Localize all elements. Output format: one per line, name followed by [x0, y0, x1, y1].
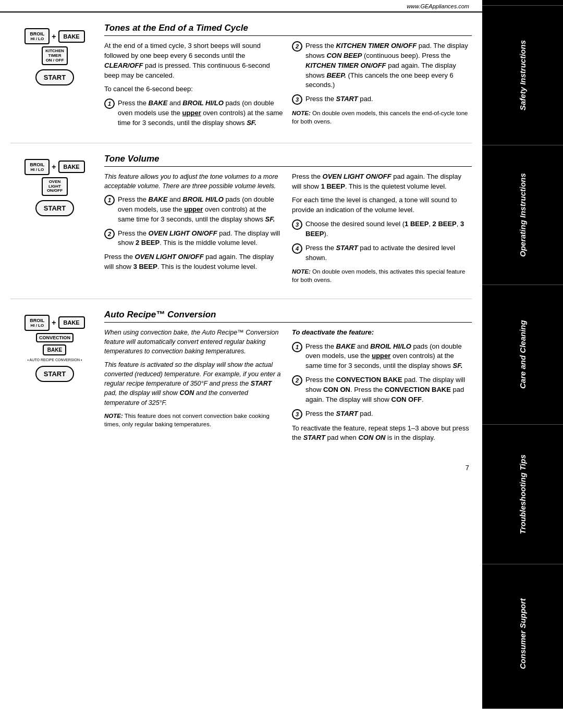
step-2-4: 4 Press the START pad to activate the de…: [292, 243, 472, 263]
start-key-2: START: [35, 200, 74, 216]
plus-2: +: [52, 163, 56, 171]
broil-label: BROIL: [30, 31, 44, 36]
section-tone-volume: BROIL HI / LO + BAKE OVENLIGHTON/OFF STA…: [10, 143, 472, 299]
content-auto-recipe: Auto Recipe™ Conversion When using conve…: [99, 310, 472, 448]
page-number: 7: [0, 460, 563, 476]
convection-bake-key: BAKE: [43, 344, 66, 355]
sidebar-troubleshooting: Troubleshooting Tips: [482, 424, 563, 564]
sidebar-care: Care and Cleaning: [482, 285, 563, 424]
step-num-3-2: 2: [292, 375, 302, 386]
content-tones: Tones at the End of a Timed Cycle At the…: [99, 23, 472, 132]
two-col-auto-recipe: When using convection bake, the Auto Rec…: [104, 328, 472, 448]
step-num-3-3: 3: [292, 409, 302, 419]
note-1: NOTE: On double oven models, this cancel…: [292, 109, 472, 126]
step-num-1-2: 2: [292, 41, 302, 52]
step-3-2: 2 Press the CONVECTION BAKE pad. The dis…: [292, 375, 472, 405]
step-text-1-1: Press the BAKE and BROIL HI/LO pads (on …: [118, 98, 284, 128]
step-num-2-4: 4: [292, 243, 302, 254]
broil-key-3: BROIL HI / LO: [25, 315, 50, 331]
step-text-3-1: Press the BAKE and BROIL HI/LO pads (on …: [305, 342, 472, 372]
step-2-3: 3 Choose the desired sound level (1 BEEP…: [292, 219, 472, 239]
step-num-2-3: 3: [292, 219, 302, 230]
start-key-3: START: [35, 366, 74, 382]
sidebar-operating: Operating Instructions: [482, 145, 563, 285]
deactivate-title: To deactivate the feature:: [292, 328, 472, 338]
col-left-tones: At the end of a timed cycle, 3 short bee…: [104, 41, 284, 132]
step-num-3-1: 1: [292, 342, 302, 352]
auto-recipe-para2: This feature is activated so the display…: [104, 360, 284, 408]
tones-cancel-label: To cancel the 6-second beep:: [104, 84, 284, 94]
plus-1: +: [52, 32, 56, 41]
tone-volume-right-2: For each time the level is changed, a to…: [292, 195, 472, 215]
step-3-3: 3 Press the START pad.: [292, 409, 472, 419]
col-right-tones: 2 Press the KITCHEN TIMER ON/OFF pad. Th…: [292, 41, 472, 132]
step-text-2-3: Choose the desired sound level (1 BEEP, …: [305, 219, 472, 239]
step-1-1: 1 Press the BAKE and BROIL HI/LO pads (o…: [104, 98, 284, 128]
plus-3: +: [52, 318, 56, 327]
content-tone-volume: Tone Volume This feature allows you to a…: [99, 154, 472, 288]
step-2-1: 1 Press the BAKE and BROIL HI/LO pads (o…: [104, 195, 284, 225]
step-text-3-3: Press the START pad.: [305, 409, 472, 419]
step-text-1-2: Press the KITCHEN TIMER ON/OFF pad. The …: [305, 41, 472, 90]
col-right-auto-recipe: To deactivate the feature: 1 Press the B…: [292, 328, 472, 448]
step-3-1: 1 Press the BAKE and BROIL HI/LO pads (o…: [292, 342, 472, 372]
step-1-2: 2 Press the KITCHEN TIMER ON/OFF pad. Th…: [292, 41, 472, 90]
step-num-1-1: 1: [104, 98, 115, 109]
title-tones: Tones at the End of a Timed Cycle: [104, 23, 472, 36]
key-row-2: BROIL HI / LO + BAKE: [25, 159, 84, 175]
broil-label-2: BROIL: [30, 162, 44, 167]
step-text-2-2: Press the OVEN LIGHT ON/OFF pad. The dis…: [118, 229, 284, 249]
diagram-tones: BROIL HI / LO + BAKE KITCHENTIMERON / OF…: [10, 23, 99, 132]
bake-key: BAKE: [58, 30, 85, 43]
step-2-2: 2 Press the OVEN LIGHT ON/OFF pad. The d…: [104, 229, 284, 249]
step-text-3-2: Press the CONVECTION BAKE pad. The displ…: [305, 375, 472, 405]
tone-volume-intro: This feature allows you to adjust the to…: [104, 172, 284, 191]
two-col-tone-volume: This feature allows you to adjust the to…: [104, 172, 472, 288]
section-auto-recipe: BROIL HI / LO + BAKE CONVECTION BAKE • A…: [10, 299, 472, 458]
step-num-2-1: 1: [104, 195, 115, 205]
start-key-1: START: [35, 69, 74, 85]
key-diagram-3: BROIL HI / LO + BAKE CONVECTION BAKE • A…: [25, 315, 84, 382]
step-text-1-3: Press the START pad.: [305, 94, 472, 104]
broil-sub-3: HI / LO: [30, 323, 44, 328]
website-url: www.GEAppliances.com: [0, 0, 563, 13]
col-left-auto-recipe: When using convection bake, the Auto Rec…: [104, 328, 284, 448]
diagram-tone-volume: BROIL HI / LO + BAKE OVENLIGHTON/OFF STA…: [10, 154, 99, 288]
kitchen-timer-key: KITCHENTIMERON / OFF: [42, 46, 68, 65]
sidebar-safety: Safety Instructions: [482, 5, 563, 145]
sidebar-consumer: Consumer Support: [482, 564, 563, 704]
key-diagram-2: BROIL HI / LO + BAKE OVENLIGHTON/OFF STA…: [25, 159, 84, 216]
diagram-auto-recipe: BROIL HI / LO + BAKE CONVECTION BAKE • A…: [10, 310, 99, 448]
step-text-2-1: Press the BAKE and BROIL HI/LO pads (on …: [118, 195, 284, 225]
two-col-tones: At the end of a timed cycle, 3 short bee…: [104, 41, 472, 132]
auto-recipe-label: • AUTO RECIPE CONVERSION •: [28, 358, 82, 362]
key-row-3: BROIL HI / LO + BAKE: [25, 315, 84, 331]
broil-sub: HI / LO: [30, 36, 44, 41]
note-2: NOTE: On double oven models, this activa…: [292, 267, 472, 284]
note-3: NOTE: This feature does not convert conv…: [104, 412, 284, 428]
col-right-tone-volume: Press the OVEN LIGHT ON/OFF pad again. T…: [292, 172, 472, 288]
step-text-2-4: Press the START pad to activate the desi…: [305, 243, 472, 263]
title-auto-recipe: Auto Recipe™ Conversion: [104, 310, 472, 323]
step-num-2-2: 2: [104, 229, 115, 239]
broil-key-2: BROIL HI / LO: [25, 159, 50, 175]
auto-recipe-intro: When using convection bake, the Auto Rec…: [104, 328, 284, 356]
step-1-3: 3 Press the START pad.: [292, 94, 472, 105]
main-content: BROIL HI / LO + BAKE KITCHENTIMERON / OF…: [0, 13, 482, 458]
broil-key: BROIL HI / LO: [25, 28, 50, 44]
section-tones: BROIL HI / LO + BAKE KITCHENTIMERON / OF…: [10, 13, 472, 143]
title-tone-volume: Tone Volume: [104, 154, 472, 167]
col-left-tone-volume: This feature allows you to adjust the to…: [104, 172, 284, 288]
bake-key-2: BAKE: [58, 161, 85, 173]
bake-key-3: BAKE: [58, 316, 85, 329]
tone-volume-extra: Press the OVEN LIGHT ON/OFF pad again. T…: [104, 252, 284, 272]
oven-light-key: OVENLIGHTON/OFF: [42, 177, 68, 196]
right-sidebar: Safety Instructions Operating Instructio…: [482, 0, 563, 709]
step-num-1-3: 3: [292, 94, 302, 105]
tone-volume-right-1: Press the OVEN LIGHT ON/OFF pad again. T…: [292, 172, 472, 192]
reactivate-text: To reactivate the feature, repeat steps …: [292, 424, 472, 443]
key-diagram-1: BROIL HI / LO + BAKE KITCHENTIMERON / OF…: [25, 28, 84, 85]
convection-key: CONVECTION: [36, 333, 74, 342]
tones-intro: At the end of a timed cycle, 3 short bee…: [104, 41, 284, 80]
broil-sub-2: HI / LO: [30, 167, 44, 172]
